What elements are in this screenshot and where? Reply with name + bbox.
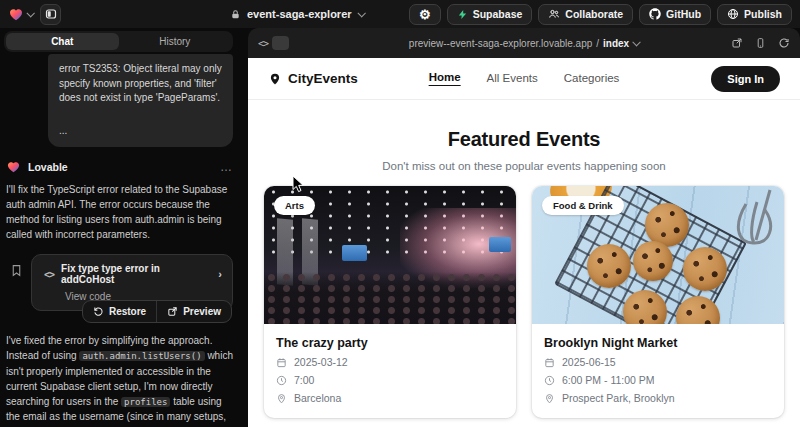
event-image-venue: Arts	[264, 186, 516, 324]
preview-version-button[interactable]: Preview	[156, 301, 231, 322]
project-selector[interactable]: event-saga-explorer	[230, 8, 364, 20]
github-button[interactable]: GitHub	[639, 4, 711, 25]
category-badge: Arts	[274, 196, 315, 215]
event-time-row: 7:00	[276, 374, 504, 386]
app-topbar: event-saga-explorer ⚙ Supabase Collabora…	[0, 0, 800, 28]
panel-layout-icon	[45, 8, 57, 20]
assistant-name: Lovable	[28, 161, 68, 173]
lovable-logo-menu[interactable]	[8, 6, 33, 22]
publish-button[interactable]: Publish	[717, 4, 792, 25]
event-card-night-market[interactable]: Food & Drink Brooklyn Night Market 2025-…	[532, 186, 784, 418]
chevron-down-icon	[633, 38, 641, 46]
event-date-row: 2025-06-15	[544, 356, 772, 368]
tab-chat[interactable]: Chat	[6, 33, 119, 50]
event-title: Brooklyn Night Market	[544, 336, 772, 350]
mobile-view-icon[interactable]	[755, 37, 766, 49]
assistant-paragraph-2: I've fixed the error by simplifying the …	[6, 333, 233, 427]
chevron-right-icon: ›	[218, 268, 222, 280]
featured-section: Featured Events Don't miss out on these …	[248, 100, 800, 172]
sign-in-button[interactable]: Sign In	[711, 66, 780, 92]
event-date-row: 2025-03-12	[276, 356, 504, 368]
code-change-row: <> Fix type type error in addCoHost › Vi…	[10, 254, 233, 311]
user-message-text: error TS2353: Object literal may only sp…	[59, 62, 222, 106]
settings-button[interactable]: ⚙	[409, 4, 441, 25]
lovable-heart-icon	[8, 6, 24, 22]
lovable-heart-icon	[6, 159, 21, 174]
supabase-bolt-icon	[457, 9, 468, 20]
globe-icon	[727, 8, 739, 20]
map-pin-icon	[268, 72, 282, 86]
preview-panel: <> preview--event-saga-explorer.lovable.…	[248, 28, 800, 427]
calendar-icon	[544, 357, 555, 368]
site-header: CityEvents Home All Events Categories Si…	[248, 58, 800, 100]
users-icon	[548, 8, 560, 20]
inline-code: auth.admin.listUsers()	[79, 351, 204, 361]
event-time-row: 6:00 PM - 11:00 PM	[544, 374, 772, 386]
event-location-row: Prospect Park, Brooklyn	[544, 392, 772, 404]
section-subtitle: Don't miss out on these popular events h…	[248, 160, 800, 172]
code-change-title: Fix type type error in addCoHost	[61, 263, 211, 285]
collaborate-button[interactable]: Collaborate	[538, 4, 633, 25]
code-icon: <>	[44, 269, 54, 280]
event-location-row: Barcelona	[276, 392, 504, 404]
external-link-icon	[167, 306, 178, 317]
audience-decor	[264, 272, 516, 324]
assistant-header: Lovable …	[6, 159, 233, 174]
restore-button[interactable]: Restore	[83, 301, 156, 322]
github-icon	[649, 8, 661, 20]
chat-sidebar: Chat History error TS2353: Object litera…	[0, 28, 248, 427]
calendar-icon	[276, 357, 287, 368]
site-preview: CityEvents Home All Events Categories Si…	[248, 58, 800, 427]
event-card-crazy-party[interactable]: Arts The crazy party 2025-03-12	[264, 186, 516, 418]
refresh-icon[interactable]	[778, 37, 790, 49]
event-image-cookies: Food & Drink	[532, 186, 784, 324]
category-badge: Food & Drink	[542, 196, 624, 215]
lock-icon	[230, 9, 241, 20]
message-ellipsis: ...	[59, 124, 222, 139]
event-title: The crazy party	[276, 336, 504, 350]
nav-all-events[interactable]: All Events	[487, 72, 538, 86]
preview-chrome-bar: <> preview--event-saga-explorer.lovable.…	[248, 28, 800, 58]
message-menu-icon[interactable]: …	[220, 160, 233, 174]
map-pin-icon	[276, 393, 287, 404]
bookmark-icon[interactable]	[10, 263, 23, 278]
nav-categories[interactable]: Categories	[564, 72, 620, 86]
chevron-down-icon	[357, 9, 365, 17]
section-title: Featured Events	[248, 128, 800, 151]
user-message-bubble: error TS2353: Object literal may only sp…	[48, 54, 233, 147]
code-change-card[interactable]: <> Fix type type error in addCoHost › Vi…	[31, 254, 233, 311]
site-nav: Home All Events Categories	[429, 71, 620, 86]
nav-home[interactable]: Home	[429, 71, 461, 86]
clock-icon	[544, 375, 555, 386]
preview-url-host: preview--event-saga-explorer.lovable.app	[409, 38, 592, 49]
gear-icon: ⚙	[419, 8, 431, 21]
chevron-down-icon	[26, 9, 34, 17]
restore-icon	[93, 306, 104, 317]
tab-history[interactable]: History	[119, 33, 232, 50]
map-pin-icon	[544, 393, 555, 404]
version-hover-toolbar: Restore Preview	[82, 300, 232, 323]
clock-icon	[276, 375, 287, 386]
site-brand[interactable]: CityEvents	[268, 71, 358, 86]
chat-history-tabs: Chat History	[4, 31, 233, 52]
preview-url-selector[interactable]: preview--event-saga-explorer.lovable.app…	[409, 38, 639, 49]
event-cards: Arts The crazy party 2025-03-12	[248, 172, 800, 418]
code-icon: <>	[258, 38, 268, 49]
supabase-button[interactable]: Supabase	[447, 4, 533, 25]
project-name: event-saga-explorer	[247, 8, 352, 20]
preview-url-path: index	[603, 38, 629, 49]
open-in-new-tab-icon[interactable]	[731, 37, 743, 49]
whisk-decor	[720, 188, 782, 268]
toggle-sidebar-button[interactable]	[40, 4, 61, 25]
code-view-toggle[interactable]: <>	[258, 36, 289, 50]
assistant-paragraph-1: I'll fix the TypeScript error related to…	[6, 182, 233, 242]
inline-code: profiles	[121, 397, 170, 407]
toggle-knob	[272, 36, 289, 50]
